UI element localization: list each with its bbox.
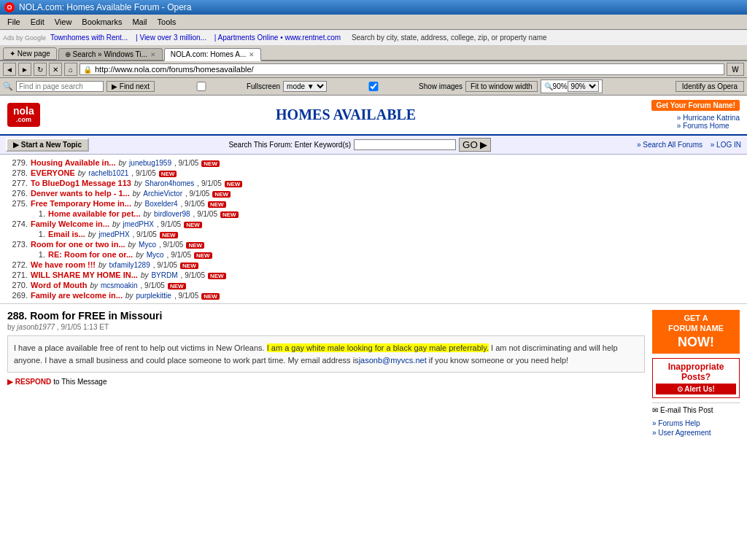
post-body-highlight: I am a gay white male looking for a blac… xyxy=(267,343,489,352)
fullscreen-check[interactable]: Fullscreen xyxy=(158,82,280,91)
search-all-forums-link[interactable]: » Search All Forums xyxy=(637,141,703,149)
thread-title[interactable]: Housing Available in... xyxy=(31,158,116,167)
thread-author[interactable]: jmedPHX xyxy=(123,220,154,228)
forum-go-button[interactable]: GO ▶ xyxy=(459,138,491,152)
thread-by: by xyxy=(134,200,142,208)
thread-author[interactable]: Myco xyxy=(147,251,164,259)
thread-author[interactable]: ArchieVictor xyxy=(143,190,182,198)
thread-by: by xyxy=(98,261,107,269)
titlebar: O NOLA.com: Homes Available Forum - Oper… xyxy=(0,0,747,15)
rendering-mode-select[interactable]: mode ▼ xyxy=(283,81,327,92)
reload-button[interactable]: ↻ xyxy=(34,63,47,76)
menu-view[interactable]: View xyxy=(50,16,77,28)
log-in-link[interactable]: » LOG IN xyxy=(711,141,741,149)
thread-num: 277. xyxy=(6,179,28,187)
thread-num: 276. xyxy=(6,189,28,198)
find-input[interactable] xyxy=(16,81,104,92)
thread-author[interactable]: Myco xyxy=(139,241,156,249)
thread-num: 279. xyxy=(6,158,28,167)
ad-link-2[interactable]: View over 3 million... xyxy=(139,34,206,42)
url-input[interactable] xyxy=(95,65,721,74)
thread-title[interactable]: Home available for pet... xyxy=(48,209,141,218)
post-area: 288. Room for FREE in Missouri by jasonb… xyxy=(0,303,747,443)
list-item: 1. RE: Room for one or... by Myco , 9/1/… xyxy=(6,249,741,260)
thread-num: 1. xyxy=(23,250,45,259)
stop-button[interactable]: ✕ xyxy=(49,63,62,76)
tab-search[interactable]: ⊕ Search » Windows Ti... ✕ xyxy=(58,48,163,60)
thread-author[interactable]: jmedPHX xyxy=(98,230,129,238)
ad-content[interactable]: Townhomes with Rent... | View over 3 mil… xyxy=(50,34,547,42)
user-agreement-link[interactable]: User Agreement xyxy=(652,428,740,438)
email-post-label: E-mail This Post xyxy=(660,406,713,414)
thread-title[interactable]: Word of Mouth xyxy=(31,281,87,289)
thread-date: , 9/1/05 xyxy=(181,271,205,279)
menu-tools[interactable]: Tools xyxy=(153,16,181,28)
thread-author[interactable]: purplekittie xyxy=(136,292,171,300)
back-button[interactable]: ◄ xyxy=(3,63,16,76)
tab-nola[interactable]: NOLA.com: Homes A... ✕ xyxy=(164,48,261,61)
ad-link-1[interactable]: Townhomes with Rent... xyxy=(50,34,128,42)
list-item: 271. WILL SHARE MY HOME IN... by BYRDM ,… xyxy=(6,270,741,280)
menu-file[interactable]: File xyxy=(3,16,25,28)
get-forum-name-header[interactable]: Get Your Forum Name! xyxy=(651,100,740,111)
thread-title[interactable]: We have room !!! xyxy=(31,260,96,269)
get-forum-name-big[interactable]: GET AFORUM NAME NOW! xyxy=(652,310,740,354)
thread-title[interactable]: To BlueDog1 Message 113 xyxy=(31,179,131,187)
find-next-button[interactable]: ▶ Find next xyxy=(107,81,155,92)
menu-bookmarks[interactable]: Bookmarks xyxy=(77,16,126,28)
thread-new-badge: NEW xyxy=(186,242,204,249)
thread-author[interactable]: Sharon4homes xyxy=(145,179,195,187)
thread-author[interactable]: Boxelder4 xyxy=(145,200,178,208)
tab-search-close[interactable]: ✕ xyxy=(150,51,156,58)
respond-link[interactable]: ▶ RESPOND xyxy=(7,378,51,386)
thread-new-badge: NEW xyxy=(208,273,226,279)
thread-title[interactable]: Denver wants to help - 1... xyxy=(31,189,130,198)
hurricane-katrina-link[interactable]: » Hurricane Katrina xyxy=(677,114,740,122)
tab-nola-label: NOLA.com: Homes A... xyxy=(171,50,246,58)
posts-label: Posts? xyxy=(656,372,736,382)
zoom-select[interactable]: 90% xyxy=(568,81,599,92)
list-item: 274. Family Welcome in... by jmedPHX , 9… xyxy=(6,219,741,229)
thread-num: 272. xyxy=(6,260,28,269)
post-email-link[interactable]: jasonb@myvcs.net xyxy=(359,356,427,365)
thread-author[interactable]: BYRDM xyxy=(151,271,177,279)
forward-button[interactable]: ► xyxy=(18,63,31,76)
thread-author[interactable]: txfamily1289 xyxy=(109,261,150,269)
thread-date: , 9/1/05 xyxy=(131,169,155,177)
thread-title[interactable]: Room for one or two in... xyxy=(31,240,125,249)
alert-us-button[interactable]: ⊙ Alert Us! xyxy=(656,384,736,394)
thread-title[interactable]: EVERYONE xyxy=(31,168,75,177)
home-button[interactable]: ⌂ xyxy=(64,63,77,76)
show-images-check[interactable]: Show images xyxy=(330,82,462,91)
tab-nola-close[interactable]: ✕ xyxy=(249,51,255,58)
forum-links: » Search All Forums » LOG IN xyxy=(631,141,741,149)
thread-title[interactable]: Free Temporary Home in... xyxy=(31,199,131,208)
post-body: I have a place available free of rent to… xyxy=(7,335,645,373)
new-topic-button[interactable]: ▶ Start a New Topic xyxy=(6,138,89,152)
identify-as-opera-button[interactable]: Identify as Opera xyxy=(676,81,744,92)
thread-author[interactable]: junebug1959 xyxy=(129,159,171,167)
post-body-before: I have a place available free of rent to… xyxy=(14,343,267,352)
search-label: Search This Forum: Enter Keyword(s) xyxy=(228,141,351,149)
forums-help-link[interactable]: Forums Help xyxy=(652,419,740,428)
thread-title[interactable]: WILL SHARE MY HOME IN... xyxy=(31,271,138,279)
thread-author[interactable]: mcsmoakin xyxy=(101,281,138,289)
new-page-button[interactable]: ✦ New page xyxy=(3,47,57,60)
thread-title[interactable]: Family Welcome in... xyxy=(31,219,109,228)
email-post[interactable]: ✉ E-mail This Post xyxy=(652,402,740,414)
nola-logo: nola .com xyxy=(7,103,40,127)
thread-title[interactable]: Family are welcome in... xyxy=(31,291,123,300)
thread-title[interactable]: Email is... xyxy=(48,230,85,238)
thread-author[interactable]: birdlover98 xyxy=(154,210,190,218)
thread-title[interactable]: RE: Room for one or... xyxy=(48,250,133,259)
ad-link-3[interactable]: Apartments Online • www.rentnet.com xyxy=(218,34,341,42)
wiki-button[interactable]: W xyxy=(727,63,744,76)
menu-edit[interactable]: Edit xyxy=(26,16,49,28)
menu-mail[interactable]: Mail xyxy=(128,16,151,28)
forum-search-input[interactable] xyxy=(354,139,456,150)
findbar: 🔍 ▶ Find next Fullscreen mode ▼ Show ima… xyxy=(0,78,747,96)
forums-home-link[interactable]: » Forums Home xyxy=(677,122,740,130)
fit-width-button[interactable]: Fit to window width xyxy=(465,81,537,92)
url-bar[interactable]: 🔒 xyxy=(80,63,724,75)
thread-author[interactable]: rachelb1021 xyxy=(88,169,128,177)
